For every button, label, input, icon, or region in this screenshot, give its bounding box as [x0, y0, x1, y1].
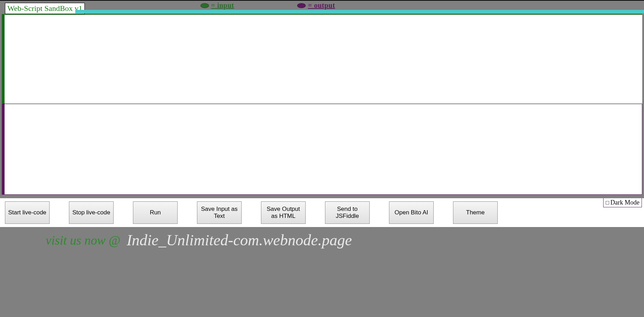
site-link[interactable]: Indie_Unlimited-com.webnode.page	[127, 231, 352, 249]
run-button[interactable]: Run	[133, 201, 178, 224]
app-title: Web-Script SandBox v1	[5, 3, 85, 14]
input-panel[interactable]	[2, 14, 642, 104]
send-jsfiddle-button[interactable]: Send to JSFiddle	[325, 201, 370, 224]
dark-mode-checkbox[interactable]	[606, 201, 609, 205]
legend-input-label: = input	[211, 1, 234, 9]
save-output-html-button[interactable]: Save Output as HTML	[261, 201, 306, 224]
output-icon	[297, 3, 306, 8]
stop-live-code-button[interactable]: Stop live-code	[69, 201, 114, 224]
save-input-text-button[interactable]: Save Input as Text	[197, 201, 242, 224]
dark-mode-label: Dark Mode	[611, 199, 639, 206]
visit-text: visit us now @	[46, 233, 120, 248]
header-bar: Web-Script SandBox v1 = input = output	[0, 0, 644, 14]
output-panel[interactable]	[2, 104, 642, 195]
open-bito-ai-button[interactable]: Open Bito AI	[389, 201, 434, 224]
header-accent-strip	[75, 10, 644, 13]
input-icon	[200, 3, 209, 8]
theme-button[interactable]: Theme	[453, 201, 498, 224]
start-live-code-button[interactable]: Start live-code	[5, 201, 50, 224]
panels-container	[0, 14, 644, 195]
dark-mode-toggle[interactable]: Dark Mode	[603, 198, 642, 207]
legend-output-label: = output	[308, 1, 335, 9]
legend-output: = output	[297, 1, 335, 9]
footer: visit us now @ Indie_Unlimited-com.webno…	[0, 231, 644, 249]
legend: = input = output	[200, 1, 335, 9]
button-toolbar: Start live-code Stop live-code Run Save …	[0, 198, 644, 227]
legend-input: = input	[200, 1, 234, 9]
